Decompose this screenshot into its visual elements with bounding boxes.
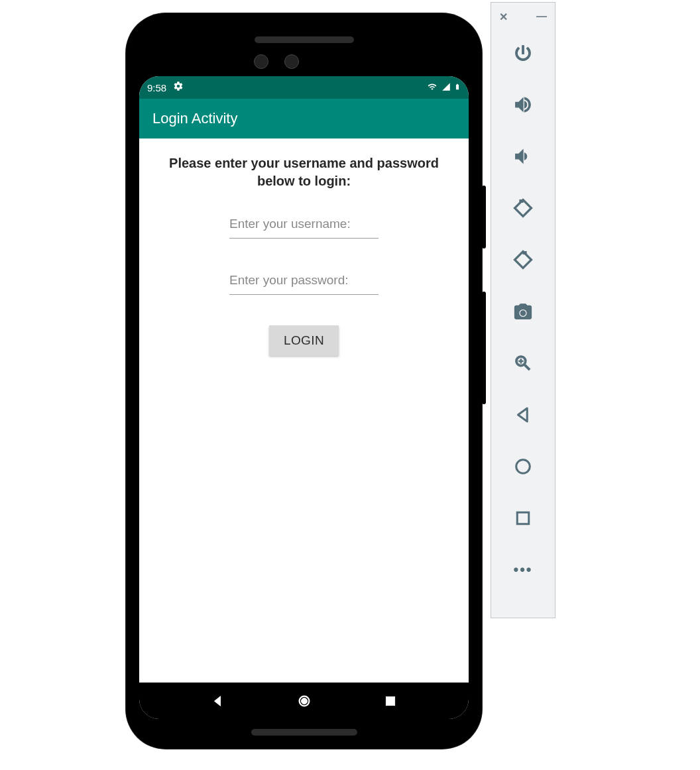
phone-screen: 9:58 Login Activity Please enter <box>139 76 469 719</box>
side-button <box>482 292 486 404</box>
back-button[interactable] <box>510 402 536 427</box>
status-right <box>426 82 461 94</box>
app-title: Login Activity <box>152 110 237 127</box>
bottom-speaker <box>251 729 357 736</box>
login-form: Please enter your username and password … <box>139 138 469 683</box>
side-button <box>482 186 486 248</box>
home-nav-button[interactable] <box>296 693 312 709</box>
back-nav-button[interactable] <box>209 693 225 709</box>
phone-frame: 9:58 Login Activity Please enter <box>126 13 482 749</box>
status-bar: 9:58 <box>139 76 469 99</box>
volume-down-button[interactable] <box>510 144 536 169</box>
cellular-icon <box>441 82 451 93</box>
login-instruction: Please enter your username and password … <box>165 154 443 190</box>
svg-point-3 <box>516 460 530 474</box>
zoom-button[interactable] <box>510 351 536 376</box>
front-camera <box>284 54 299 69</box>
svg-rect-2 <box>386 696 394 705</box>
android-nav-bar <box>139 683 469 719</box>
rotate-left-button[interactable] <box>510 195 536 221</box>
volume-up-button[interactable] <box>510 92 536 117</box>
earpiece <box>255 36 354 43</box>
password-input[interactable] <box>229 269 379 295</box>
wifi-icon <box>426 82 438 93</box>
more-options-button[interactable]: ••• <box>510 557 536 582</box>
minimize-icon[interactable]: — <box>536 11 547 23</box>
overview-nav-button[interactable] <box>382 693 398 709</box>
status-time: 9:58 <box>147 82 166 93</box>
emulator-toolbar: ✕ — ••• <box>491 2 555 618</box>
home-button[interactable] <box>510 454 536 479</box>
close-icon[interactable]: ✕ <box>499 11 508 23</box>
rotate-right-button[interactable] <box>510 247 536 272</box>
window-controls: ✕ — <box>491 11 555 27</box>
app-title-bar: Login Activity <box>139 99 469 138</box>
battery-icon <box>454 82 461 94</box>
username-input[interactable] <box>229 213 379 239</box>
power-button[interactable] <box>510 40 536 66</box>
overview-button[interactable] <box>510 506 536 531</box>
screenshot-button[interactable] <box>510 299 536 324</box>
front-camera <box>254 54 268 69</box>
gear-icon <box>173 81 184 94</box>
svg-rect-4 <box>517 512 529 524</box>
login-button[interactable]: LOGIN <box>269 325 339 356</box>
svg-point-1 <box>301 698 307 704</box>
